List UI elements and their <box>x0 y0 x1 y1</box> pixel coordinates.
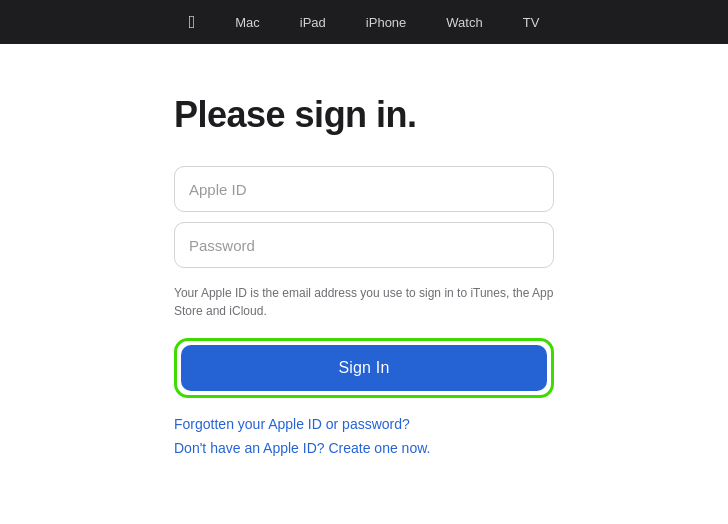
sign-in-container: Please sign in. Your Apple ID is the ema… <box>174 94 554 464</box>
nav-item-tv[interactable]: TV <box>503 0 560 44</box>
page-title: Please sign in. <box>174 94 417 136</box>
forgotten-link[interactable]: Forgotten your Apple ID or password? <box>174 416 410 432</box>
sign-in-button-wrapper: Sign In <box>174 338 554 398</box>
nav-item-mac[interactable]: Mac <box>215 0 280 44</box>
apple-id-input[interactable] <box>174 166 554 212</box>
nav-item-ipad[interactable]: iPad <box>280 0 346 44</box>
navbar:  Mac iPad iPhone Watch TV <box>0 0 728 44</box>
apple-logo-icon[interactable]:  <box>169 0 216 44</box>
main-content: Please sign in. Your Apple ID is the ema… <box>0 44 728 524</box>
nav-item-iphone[interactable]: iPhone <box>346 0 426 44</box>
nav-items:  Mac iPad iPhone Watch TV <box>169 0 560 44</box>
create-account-link[interactable]: Don't have an Apple ID? Create one now. <box>174 440 430 456</box>
sign-in-button[interactable]: Sign In <box>181 345 547 391</box>
password-input[interactable] <box>174 222 554 268</box>
helper-text: Your Apple ID is the email address you u… <box>174 284 554 320</box>
nav-item-watch[interactable]: Watch <box>426 0 502 44</box>
